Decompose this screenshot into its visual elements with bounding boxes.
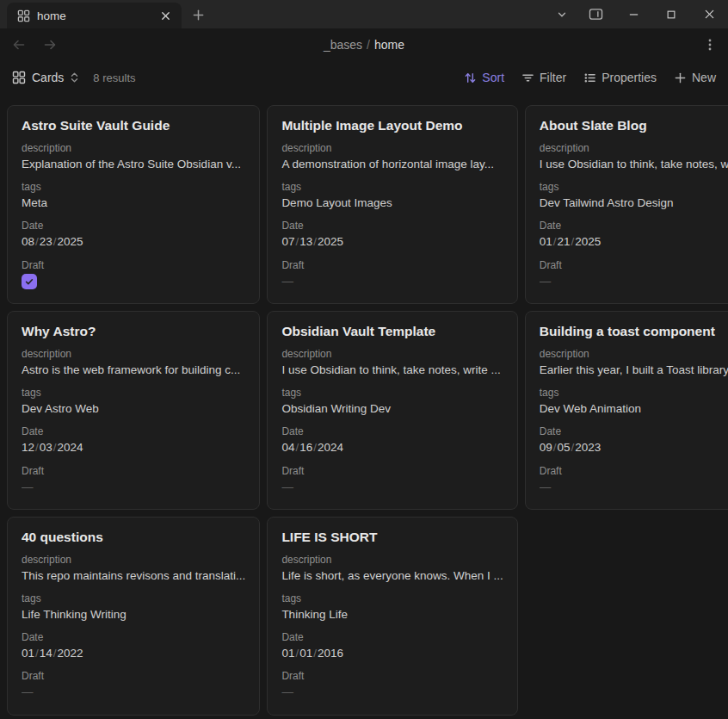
field-label-draft: Draft — [281, 670, 503, 682]
field-label-draft: Draft — [22, 465, 245, 477]
field-value-description: I use Obsidian to think, take notes, wri… — [540, 157, 728, 172]
properties-label: Properties — [602, 71, 657, 84]
date-day: 13 — [299, 235, 312, 248]
field-label-date: Date — [540, 425, 728, 437]
field-label-description: description — [281, 142, 503, 154]
date-day: 23 — [40, 235, 52, 248]
tab-list-chevron-icon[interactable] — [549, 0, 575, 28]
date-month: 12 — [22, 441, 34, 454]
field-label-date: Date — [22, 631, 245, 643]
cards-grid: Astro Suite Vault Guide description Expl… — [0, 95, 728, 719]
field-label-description: description — [22, 554, 245, 566]
field-label-description: description — [540, 142, 728, 154]
card-title: About Slate Blog — [540, 118, 728, 133]
maximize-button[interactable] — [652, 0, 690, 28]
date-year: 2025 — [575, 235, 601, 248]
field-value-tags: Obsidian Writing Dev — [281, 401, 503, 417]
field-label-draft: Draft — [540, 465, 728, 477]
card-astro-suite-vault-guide[interactable]: Astro Suite Vault Guide description Expl… — [7, 105, 260, 304]
card-why-astro[interactable]: Why Astro? description Astro is the web … — [7, 311, 260, 510]
results-count: 8 results — [93, 71, 135, 84]
close-window-button[interactable] — [690, 0, 728, 28]
properties-button[interactable]: Properties — [583, 71, 657, 84]
date-month: 01 — [22, 647, 34, 660]
field-label-date: Date — [22, 425, 245, 437]
field-value-description: A demonstration of horizontal image lay.… — [281, 157, 503, 172]
card-title: Obsidian Vault Template — [281, 324, 503, 339]
date-year: 2024 — [58, 441, 83, 454]
card-multiple-image-layout-demo[interactable]: Multiple Image Layout Demo description A… — [267, 105, 517, 304]
card-title: Multiple Image Layout Demo — [281, 118, 503, 133]
new-button[interactable]: New — [674, 71, 716, 84]
field-label-date: Date — [281, 631, 503, 643]
card-title: 40 questions — [22, 530, 245, 545]
card-obsidian-vault-template[interactable]: Obsidian Vault Template description I us… — [267, 311, 517, 510]
titlebar: home — [0, 0, 728, 28]
date-month: 07 — [281, 235, 294, 248]
date-year: 2022 — [58, 647, 83, 660]
tab-home[interactable]: home — [7, 3, 182, 28]
card-about-slate-blog[interactable]: About Slate Blog description I use Obsid… — [525, 105, 728, 304]
field-value-tags: Meta — [22, 195, 245, 211]
window-controls — [577, 0, 728, 28]
field-value-date: 12/03/2024 — [22, 440, 245, 456]
field-label-date: Date — [281, 425, 503, 437]
field-value-tags: Dev Tailwind Astro Design — [540, 195, 728, 211]
field-label-description: description — [540, 348, 728, 360]
date-month: 09 — [540, 441, 552, 454]
history-nav — [10, 36, 59, 53]
draft-checkbox-checked[interactable] — [22, 274, 37, 289]
sort-button[interactable]: Sort — [464, 71, 504, 84]
date-month: 08 — [22, 235, 34, 248]
cards-grid-icon — [12, 71, 26, 84]
field-label-draft: Draft — [22, 259, 245, 271]
toolbar-actions: Sort Filter Properties — [464, 71, 716, 84]
plus-icon — [674, 71, 687, 84]
field-value-date: 08/23/2025 — [22, 234, 245, 250]
properties-list-icon — [583, 71, 596, 84]
new-tab-button[interactable] — [190, 7, 207, 23]
card-40-questions[interactable]: 40 questions description This repo maint… — [7, 517, 260, 716]
filter-button[interactable]: Filter — [521, 71, 566, 84]
field-label-tags: tags — [281, 592, 503, 604]
draft-empty-value: — — [281, 685, 503, 700]
view-header: _bases/home — [0, 28, 728, 60]
back-icon[interactable] — [10, 36, 28, 53]
date-year: 2023 — [575, 441, 601, 454]
more-options-icon[interactable] — [702, 36, 718, 53]
field-label-date: Date — [281, 220, 503, 232]
tab-title: home — [37, 9, 151, 22]
field-value-tags: Demo Layout Images — [281, 195, 503, 211]
breadcrumb-current[interactable]: home — [374, 38, 404, 52]
breadcrumb-parent[interactable]: _bases — [324, 38, 362, 52]
filter-icon — [521, 71, 534, 84]
sort-arrows-icon — [464, 71, 477, 84]
field-label-date: Date — [22, 220, 245, 232]
bases-grid-icon — [17, 9, 30, 22]
date-month: 01 — [540, 235, 552, 248]
field-label-tags: tags — [540, 387, 728, 399]
chevron-up-down-icon — [70, 71, 79, 84]
date-day: 05 — [558, 441, 571, 454]
bases-toolbar: Cards 8 results Sort Filter — [0, 60, 728, 95]
date-day: 01 — [299, 647, 312, 660]
card-building-a-toast-component[interactable]: Building a toast component description E… — [525, 311, 728, 510]
date-day: 21 — [558, 235, 571, 248]
field-label-tags: tags — [540, 181, 728, 193]
field-label-description: description — [22, 142, 245, 154]
draft-empty-value: — — [22, 685, 245, 700]
field-value-tags: Life Thinking Writing — [22, 607, 245, 623]
field-value-date: 09/05/2023 — [540, 440, 728, 456]
tab-close-icon[interactable] — [158, 9, 173, 23]
view-mode-switch[interactable]: Cards — [12, 71, 79, 84]
field-value-date: 04/16/2024 — [281, 440, 503, 456]
field-value-description: Explanation of the Astro Suite Obsidian … — [22, 157, 245, 172]
forward-icon[interactable] — [41, 36, 59, 53]
sidebar-toggle-icon[interactable] — [577, 0, 614, 28]
field-value-description: Astro is the web framework for building … — [22, 363, 245, 378]
minimize-button[interactable] — [614, 0, 652, 28]
date-day: 03 — [40, 441, 52, 454]
date-month: 01 — [281, 647, 294, 660]
date-year: 2016 — [318, 647, 343, 660]
card-life-is-short[interactable]: LIFE IS SHORT description Life is short,… — [267, 517, 517, 716]
